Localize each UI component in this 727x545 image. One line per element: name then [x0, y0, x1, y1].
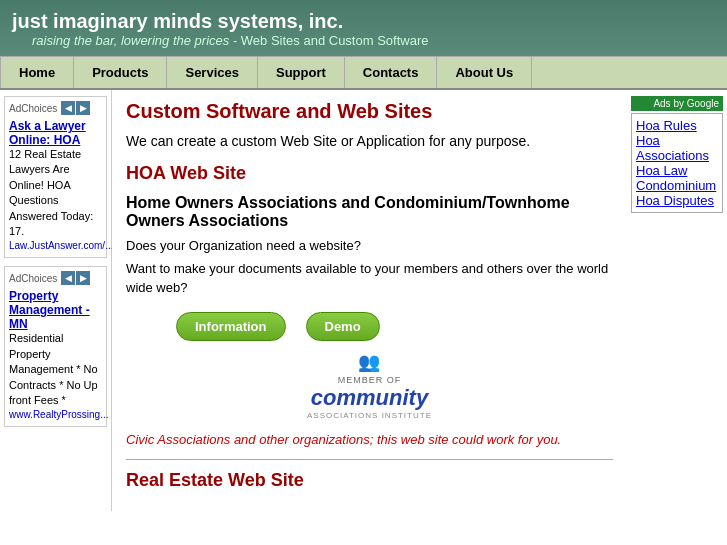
- tagline-suffix: - Web Sites and Custom Software: [229, 33, 428, 48]
- ad-link-hoa-law[interactable]: Hoa Law: [636, 163, 687, 178]
- ad-next-btn-2[interactable]: ▶: [76, 271, 90, 285]
- ad-link-hoa-rules[interactable]: Hoa Rules: [636, 118, 697, 133]
- ads-by-google-label: Ads by Google: [631, 96, 723, 111]
- ad-prev-btn-1[interactable]: ◀: [61, 101, 75, 115]
- section1-p2: Want to make your documents available to…: [126, 259, 613, 298]
- community-member-label: MEMBER OF: [307, 375, 432, 385]
- nav-services[interactable]: Services: [167, 57, 258, 88]
- community-name: community: [307, 385, 432, 411]
- nav-support[interactable]: Support: [258, 57, 345, 88]
- community-associations: ASSOCIATIONS INSTITUTE: [307, 411, 432, 420]
- ad-next-btn-1[interactable]: ▶: [76, 101, 90, 115]
- ad-link-hoa-associations[interactable]: Hoa Associations: [636, 133, 709, 163]
- sidebar: AdChoices ◀ ▶ Ask a Lawyer Online: HOA 1…: [0, 90, 112, 511]
- action-buttons: Information Demo: [176, 312, 613, 341]
- ad-choices-label-2: AdChoices: [9, 273, 57, 284]
- nav-contacts[interactable]: Contacts: [345, 57, 438, 88]
- sidebar-ad-1: AdChoices ◀ ▶ Ask a Lawyer Online: HOA 1…: [4, 96, 107, 258]
- information-button[interactable]: Information: [176, 312, 286, 341]
- ad-choices-label-1: AdChoices: [9, 103, 57, 114]
- sidebar-ad1-body: 12 Real Estate Lawyers Are Online! HOA Q…: [9, 147, 102, 239]
- ad-choices-bar-2: AdChoices ◀ ▶: [9, 271, 102, 285]
- sidebar-ad-2: AdChoices ◀ ▶ Property Management - MN R…: [4, 266, 107, 427]
- sidebar-ad2-link[interactable]: Property Management - MN: [9, 289, 102, 331]
- main-layout: AdChoices ◀ ▶ Ask a Lawyer Online: HOA 1…: [0, 90, 727, 511]
- sidebar-ad2-url: www.RealtyProssing...: [9, 408, 102, 422]
- section2-title: Real Estate Web Site: [126, 470, 613, 491]
- content-subtitle: We can create a custom Web Site or Appli…: [126, 133, 613, 149]
- tagline-italic: raising the bar, lowering the prices: [32, 33, 229, 48]
- community-badge: 👥 MEMBER OF community ASSOCIATIONS INSTI…: [126, 351, 613, 421]
- ad-prev-btn-2[interactable]: ◀: [61, 271, 75, 285]
- site-header: just imaginary minds systems, inc. raisi…: [0, 0, 727, 56]
- section1-p1: Does your Organization need a website?: [126, 236, 613, 256]
- section1-title: HOA Web Site: [126, 163, 613, 184]
- nav-home[interactable]: Home: [0, 57, 74, 88]
- main-title: Custom Software and Web Sites: [126, 100, 613, 123]
- google-ad-links: Hoa Rules Hoa Associations Hoa Law Condo…: [631, 113, 723, 213]
- tagline: raising the bar, lowering the prices - W…: [12, 33, 715, 48]
- main-content: Custom Software and Web Sites We can cre…: [112, 90, 627, 511]
- right-ads: Ads by Google Hoa Rules Hoa Associations…: [627, 90, 727, 511]
- nav-about[interactable]: About Us: [437, 57, 532, 88]
- ad-choices-bar-1: AdChoices ◀ ▶: [9, 101, 102, 115]
- company-name: just imaginary minds systems, inc.: [12, 10, 715, 33]
- ad-link-condominium[interactable]: Condominium: [636, 178, 716, 193]
- civic-text: Civic Associations and other organizatio…: [126, 431, 613, 449]
- divider: [126, 459, 613, 460]
- sidebar-ad1-link[interactable]: Ask a Lawyer Online: HOA: [9, 119, 102, 147]
- sidebar-ad2-body: Residential Property Management * No Con…: [9, 331, 102, 408]
- nav-products[interactable]: Products: [74, 57, 167, 88]
- demo-button[interactable]: Demo: [306, 312, 380, 341]
- sidebar-ad1-url: Law.JustAnswer.com/...: [9, 239, 102, 253]
- ad-link-hoa-disputes[interactable]: Hoa Disputes: [636, 193, 714, 208]
- section1-sub: Home Owners Associations and Condominium…: [126, 194, 613, 230]
- main-nav: Home Products Services Support Contacts …: [0, 56, 727, 90]
- community-icon: 👥: [307, 351, 432, 373]
